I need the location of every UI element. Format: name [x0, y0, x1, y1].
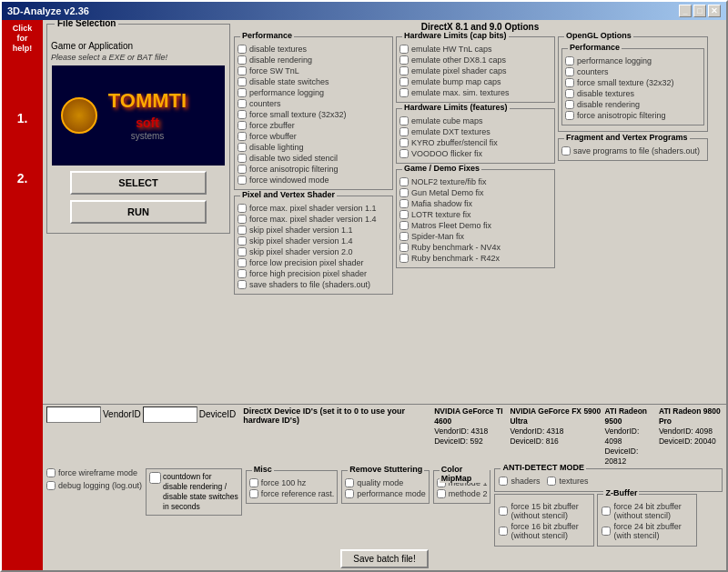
device-id-input[interactable] — [143, 406, 197, 423]
checkbox-perf-items-11[interactable] — [238, 165, 247, 174]
device-cards: NVIDIA GeForce TI 4600VendorID: 4318Devi… — [434, 406, 723, 467]
device-card: ATI Radeon 9500VendorID: 4098DeviceID: 2… — [604, 406, 655, 467]
save-batch-button[interactable]: Save batch file! — [340, 549, 428, 568]
force24-checkbox[interactable] — [602, 507, 611, 516]
fragment-vertex-title: Fragment and Vertex Programs — [564, 133, 690, 142]
checkbox-hw-feat-items-2[interactable] — [399, 138, 409, 147]
checkbox-pv-items-3[interactable] — [238, 236, 247, 246]
checkbox-hw-cap-items-0[interactable] — [399, 45, 409, 54]
shaders-checkbox[interactable] — [499, 477, 508, 486]
force15-item: force 15 bit zbuffer(without stencil) — [499, 502, 590, 520]
perf-mode-checkbox[interactable] — [345, 489, 354, 498]
checkbox-hw-cap-items-1[interactable] — [399, 55, 409, 65]
textures-checkbox[interactable] — [547, 477, 556, 486]
checkbox-hw-cap-items-2[interactable] — [399, 66, 409, 75]
misc-row: force wireframe mode debug logging (log.… — [46, 468, 723, 547]
checkbox-frag-vert-items-0[interactable] — [561, 146, 571, 156]
checkbox-ogl-perf-items-2[interactable] — [565, 78, 574, 87]
force15-label: force 15 bit zbuffer(without stencil) — [511, 502, 578, 520]
checkbox-pv-items-6[interactable] — [238, 269, 247, 278]
checkbox-pv-items-0[interactable] — [238, 204, 247, 213]
checkbox-game-fix-items-0[interactable] — [399, 177, 409, 186]
label-perf-items-6: force small texture (32x32) — [249, 110, 347, 119]
checkbox-perf-items-6[interactable] — [238, 110, 247, 119]
checkbox-perf-items-7[interactable] — [238, 121, 247, 130]
list-item: performance logging — [565, 56, 701, 65]
maximize-button[interactable]: □ — [693, 5, 706, 17]
quality-mode-checkbox[interactable] — [345, 478, 354, 487]
checkbox-ogl-perf-items-4[interactable] — [565, 100, 574, 109]
checkbox-hw-feat-items-0[interactable] — [399, 116, 409, 125]
checkbox-ogl-perf-items-3[interactable] — [565, 89, 574, 98]
checkbox-ogl-perf-items-5[interactable] — [565, 111, 574, 120]
checkbox-game-fix-items-1[interactable] — [399, 188, 409, 197]
title-bar: 3D-Analyze v2.36 _ □ ✕ — [2, 2, 726, 20]
list-item: KYRO zbuffer/stencil fix — [399, 138, 551, 147]
performance-group: Performance disable texturesdisable rend… — [234, 36, 393, 190]
textures-label: textures — [559, 477, 588, 486]
label-hw-cap-items-4: emulate max. sim. textures — [411, 88, 510, 97]
force-wireframe-checkbox[interactable] — [46, 468, 56, 477]
step2-label: 2. — [17, 171, 28, 186]
checkbox-game-fix-items-2[interactable] — [399, 199, 409, 208]
minimize-button[interactable]: _ — [679, 5, 692, 17]
checkbox-pv-items-1[interactable] — [238, 215, 247, 224]
checkbox-perf-items-0[interactable] — [238, 45, 247, 54]
checkbox-game-fix-items-5[interactable] — [399, 232, 409, 241]
label-pv-items-5: force low precision pixel shader — [249, 258, 364, 267]
checkbox-perf-items-10[interactable] — [238, 154, 247, 163]
label-perf-items-0: disable textures — [249, 45, 307, 54]
force-100hz-label: force 100 hz — [261, 478, 307, 487]
checkbox-game-fix-items-4[interactable] — [399, 221, 409, 230]
run-button[interactable]: RUN — [70, 200, 207, 224]
checkbox-game-fix-items-7[interactable] — [399, 254, 409, 263]
countdown-checkbox[interactable] — [149, 472, 161, 484]
list-item: Spider-Man fix — [399, 232, 551, 241]
force15-checkbox[interactable] — [499, 507, 508, 516]
force-ref-checkbox[interactable] — [249, 489, 258, 498]
checkbox-perf-items-8[interactable] — [238, 132, 247, 141]
list-item: force zbuffer — [238, 121, 389, 130]
device-ids-description: DirectX Device ID's (set it to 0 to use … — [243, 406, 427, 425]
checkbox-perf-items-4[interactable] — [238, 88, 247, 97]
list-item: counters — [565, 67, 701, 76]
list-item: emulate pixel shader caps — [399, 66, 551, 75]
checkbox-hw-cap-items-4[interactable] — [399, 88, 409, 97]
click-help-button[interactable]: Click for help! — [13, 24, 33, 53]
checkbox-hw-cap-items-3[interactable] — [399, 77, 409, 86]
debug-logging-checkbox[interactable] — [46, 481, 56, 490]
vendor-id-input[interactable] — [46, 406, 101, 423]
checkbox-hw-feat-items-3[interactable] — [399, 149, 409, 158]
label-frag-vert-items-0: save programs to file (shaders.out) — [573, 146, 700, 156]
select-button[interactable]: SELECT — [70, 171, 207, 195]
label-game-fix-items-4: Matros Fleet Demo fix — [411, 221, 491, 230]
zbuffer-left-group: force 15 bit zbuffer(without stencil) fo… — [494, 494, 594, 547]
remove-stuttering-group: Remove Stuttering quality mode performan… — [341, 470, 430, 504]
checkbox-ogl-perf-items-0[interactable] — [565, 56, 574, 65]
checkbox-game-fix-items-6[interactable] — [399, 243, 409, 252]
checkbox-game-fix-items-3[interactable] — [399, 210, 409, 219]
methode2-checkbox[interactable] — [437, 489, 446, 498]
checkbox-hw-feat-items-1[interactable] — [399, 127, 409, 136]
checkbox-ogl-perf-items-1[interactable] — [565, 67, 574, 76]
force24s-checkbox[interactable] — [602, 527, 611, 536]
close-button[interactable]: ✕ — [708, 5, 721, 17]
checkbox-pv-items-5[interactable] — [238, 258, 247, 267]
methode2-label: methode 2 — [449, 489, 488, 498]
checkbox-pv-items-7[interactable] — [238, 280, 247, 289]
checkbox-perf-items-1[interactable] — [238, 55, 247, 65]
countdown-box: countdown for disable rendering / disabl… — [146, 468, 242, 516]
checkbox-perf-items-3[interactable] — [238, 77, 247, 86]
force16-checkbox[interactable] — [499, 527, 508, 536]
list-item: Mafia shadow fix — [399, 199, 551, 208]
checkbox-pv-items-2[interactable] — [238, 226, 247, 235]
list-item: force high precision pixel shader — [238, 269, 389, 278]
checkbox-perf-items-9[interactable] — [238, 143, 247, 152]
checkbox-pv-items-4[interactable] — [238, 247, 247, 256]
checkbox-perf-items-2[interactable] — [238, 66, 247, 75]
bottom-bar: VendorID DeviceID DirectX Device ID's (s… — [43, 404, 726, 570]
force-100hz-checkbox[interactable] — [249, 478, 258, 487]
force16-label: force 16 bit zbuffer(without stencil) — [511, 522, 578, 540]
checkbox-perf-items-5[interactable] — [238, 99, 247, 108]
checkbox-perf-items-12[interactable] — [238, 176, 247, 185]
